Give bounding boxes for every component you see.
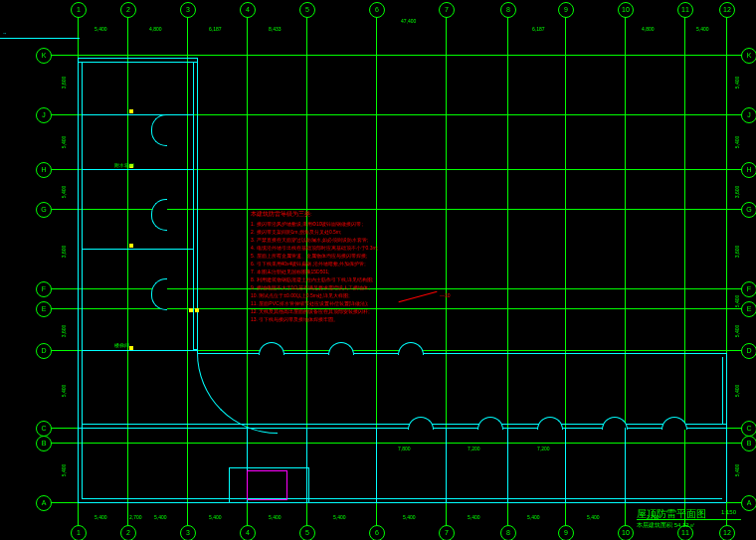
dim-text: 5,400 xyxy=(734,136,740,149)
drawing-scale: 1:150 xyxy=(721,509,736,515)
grid-bubble: 12 xyxy=(719,525,735,540)
dim-text: 3,600 xyxy=(61,325,67,338)
grid-bubble: 11 xyxy=(677,2,693,18)
grid-bubble: 5 xyxy=(299,2,315,18)
notes-line: 13. 引下线与接闪带及接地体焊接牢固。 xyxy=(251,314,338,324)
grid-bubble: 6 xyxy=(369,525,385,540)
grid-bubble: 2 xyxy=(120,525,136,540)
grid-bubble: 7 xyxy=(439,525,455,540)
dim-text: 5,400 xyxy=(94,26,107,32)
dim-text: 5,400 xyxy=(734,295,740,308)
room-label: 7,200 xyxy=(537,446,550,451)
grid-bubble: 4 xyxy=(240,525,256,540)
grid-bubble: K xyxy=(36,48,52,64)
wall-niche xyxy=(151,199,167,231)
wall xyxy=(82,498,722,499)
room-label: 7,200 xyxy=(468,446,480,451)
dim-text: 5,400 xyxy=(209,514,222,520)
partition xyxy=(82,350,197,351)
grid-bubble: J xyxy=(741,107,756,123)
grid-bubble: H xyxy=(36,162,52,178)
partition xyxy=(507,428,508,502)
dim-text: 5,400 xyxy=(154,514,167,520)
dim-text: 6,187 xyxy=(532,26,545,32)
wall-niche xyxy=(398,342,424,355)
dim-text: 5,400 xyxy=(269,514,282,520)
dim-text: 5,400 xyxy=(734,77,740,90)
gridline-h xyxy=(40,288,751,289)
grid-bubble: 3 xyxy=(180,2,196,18)
wall-niche xyxy=(328,342,354,355)
wall xyxy=(193,62,194,349)
room-label: 7,800 xyxy=(398,446,411,451)
dim-text: 5,400 xyxy=(333,514,346,520)
grid-bubble: C xyxy=(36,421,52,437)
grid-bubble: G xyxy=(741,202,756,218)
drawing-subtitle: 本层建筑面积 54.12㎡ xyxy=(637,521,695,530)
grid-bubble: A xyxy=(36,495,52,511)
wall-niche xyxy=(537,417,563,430)
room-label: 附水箱间 xyxy=(114,162,134,168)
ground-symbol-icon xyxy=(129,109,133,113)
dim-text: 3,600 xyxy=(734,246,740,259)
wall-niche xyxy=(151,278,167,310)
dim-text: 5,400 xyxy=(61,385,67,398)
wall-niche xyxy=(477,417,503,430)
grid-bubble: B xyxy=(741,436,756,451)
gridline-h xyxy=(40,308,751,309)
partition xyxy=(565,428,566,502)
grid-bubble: C xyxy=(741,421,756,437)
grid-bubble: J xyxy=(36,107,52,123)
room-label: 楼梯间 xyxy=(114,342,129,348)
inset-detail xyxy=(247,499,286,500)
incoming-line xyxy=(0,38,80,39)
dim-text: 6,187 xyxy=(209,26,222,32)
wall xyxy=(78,428,726,429)
inset-detail xyxy=(247,470,286,471)
grid-bubble: D xyxy=(36,343,52,359)
ground-symbol-icon xyxy=(195,308,199,312)
ground-symbol-icon xyxy=(189,308,193,312)
wall xyxy=(722,357,723,424)
grid-bubble: A xyxy=(741,495,756,511)
grid-bubble: 9 xyxy=(558,2,574,18)
partition xyxy=(82,249,193,250)
gridline-v xyxy=(684,4,685,536)
grid-bubble: F xyxy=(741,281,756,297)
dim-text: 5,400 xyxy=(734,325,740,338)
ground-symbol-icon xyxy=(129,244,133,248)
grid-bubble: 6 xyxy=(369,2,385,18)
grid-bubble: D xyxy=(741,343,756,359)
grid-bubble: 10 xyxy=(618,525,634,540)
dim-text: 5,400 xyxy=(696,26,709,32)
inset-box xyxy=(308,467,309,502)
inset-box xyxy=(229,502,308,503)
grid-bubble: K xyxy=(741,48,756,64)
dim-text: 5,400 xyxy=(468,514,480,520)
grid-bubble: 9 xyxy=(558,525,574,540)
grid-bubble: F xyxy=(36,281,52,297)
dim-text: 5,400 xyxy=(734,385,740,398)
drawing-viewport: { "gridlines": { "vertical": [ {"id": "1… xyxy=(0,0,756,540)
grid-bubble: 7 xyxy=(439,2,455,18)
partition xyxy=(82,169,193,170)
grid-bubble: 12 xyxy=(719,2,735,18)
dim-text: 3,600 xyxy=(734,186,740,199)
wall xyxy=(82,424,726,425)
inset-box xyxy=(229,467,308,468)
wall xyxy=(78,58,79,502)
title-underline xyxy=(637,519,741,520)
dim-text: 4,800 xyxy=(642,26,655,32)
wall xyxy=(78,58,197,59)
door-arc xyxy=(197,353,278,434)
wall xyxy=(82,62,83,498)
incoming-label: → xyxy=(2,30,7,36)
dim-text: 5,400 xyxy=(61,464,67,477)
partition xyxy=(376,428,377,502)
grid-bubble: 8 xyxy=(500,525,516,540)
wall xyxy=(78,62,197,63)
wall xyxy=(726,353,727,428)
grid-bubble: 5 xyxy=(299,525,315,540)
dim-text: 4,800 xyxy=(149,26,162,32)
dim-text: 5,400 xyxy=(734,464,740,477)
